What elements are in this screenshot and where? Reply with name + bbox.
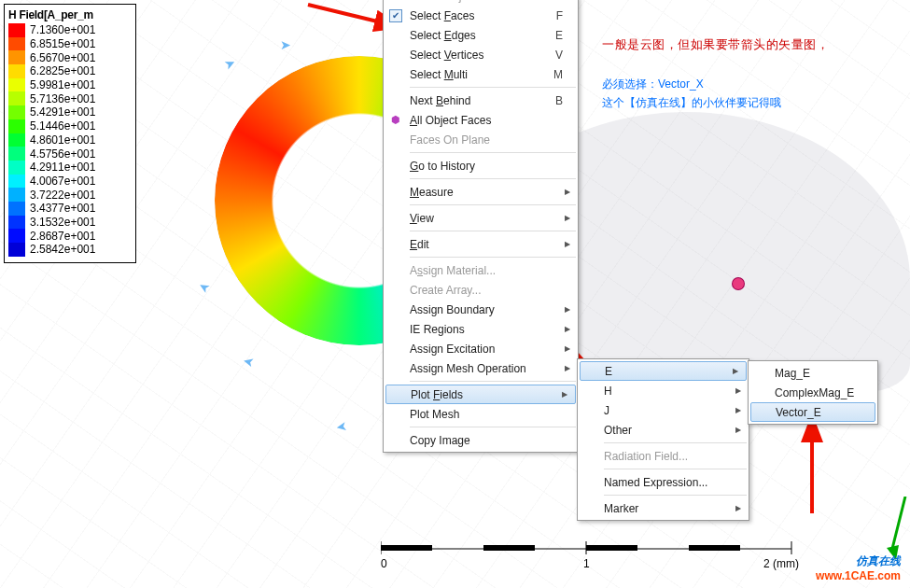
ctx-plot-mesh[interactable]: Plot Mesh	[384, 404, 578, 424]
ctx-assign-excitation[interactable]: Assign Excitation	[384, 339, 578, 358]
legend-value: 4.8601e+001	[30, 133, 95, 147]
menu-separator	[410, 152, 576, 153]
ctx-assign-boundary[interactable]: Assign Boundary	[384, 300, 578, 319]
legend-swatch	[8, 243, 25, 257]
menu-label: ComplexMag_E	[775, 386, 854, 399]
watermark-title: 仿真在线	[816, 553, 901, 569]
annotation-blue: 必须选择：Vector_X 这个【仿真在线】的小伙伴要记得哦	[602, 75, 781, 112]
legend-value: 3.7222e+001	[30, 189, 95, 202]
ctx-edit[interactable]: Edit	[384, 234, 578, 254]
legend-row: 6.2825e+001	[8, 64, 132, 78]
legend-row: 3.4377e+001	[8, 202, 132, 216]
legend-swatch	[8, 161, 25, 175]
ctx-all-object-faces[interactable]: ⬢All Object Faces	[384, 110, 578, 130]
legend-row: 5.4291e+001	[8, 105, 132, 119]
scale-tick-2: 2 (mm)	[763, 557, 799, 570]
menu-separator	[410, 381, 576, 382]
ctx-select-edges[interactable]: Select EdgesE	[384, 25, 578, 45]
legend-value: 3.4377e+001	[30, 202, 95, 215]
menu-label: E	[605, 365, 612, 378]
legend-row: 7.1360e+001	[8, 23, 132, 37]
submenu-e-field[interactable]: Mag_EComplexMag_EVector_E	[748, 360, 878, 425]
context-menu-main[interactable]: Select ObjectsO✔Select FacesFSelect Edge…	[383, 0, 579, 453]
submenu-plot-fields[interactable]: EHJOtherRadiation Field...Named Expressi…	[577, 358, 749, 521]
svg-rect-7	[586, 545, 637, 551]
menu-label: Select Vertices	[410, 49, 483, 62]
menu-separator	[410, 87, 576, 88]
ctx-ie-regions[interactable]: IE Regions	[384, 319, 578, 339]
pf-other[interactable]: Other	[578, 420, 749, 440]
red-arrow-3	[793, 411, 831, 523]
scale-tick-0: 0	[381, 557, 387, 570]
legend-swatch	[8, 133, 25, 147]
menu-shortcut: O	[554, 0, 563, 3]
menu-label: J	[604, 404, 609, 417]
ctx-copy-image[interactable]: Copy Image	[384, 430, 578, 450]
menu-separator	[410, 178, 576, 179]
ef-vector-e[interactable]: Vector_E	[750, 402, 875, 422]
annotation-blue-1: 必须选择：Vector_X	[602, 75, 781, 93]
pf-j[interactable]: J	[578, 400, 749, 420]
pf-e[interactable]: E	[580, 361, 747, 381]
ctx-next-behind[interactable]: Next BehindB	[384, 91, 578, 110]
legend-value: 2.5842e+001	[30, 243, 95, 256]
svg-line-3	[891, 497, 905, 553]
ctx-faces-on-plane: Faces On Plane	[384, 130, 578, 149]
legend-row: 5.9981e+001	[8, 78, 132, 92]
menu-label: Plot Fields	[411, 388, 463, 401]
legend-value: 6.8515e+001	[30, 37, 95, 50]
watermark-url: www.1CAE.com	[816, 569, 901, 582]
menu-separator	[410, 204, 576, 205]
ctx-go-to-history[interactable]: Go to History	[384, 156, 578, 175]
menu-label: Select Edges	[410, 29, 476, 42]
menu-label: Next Behind	[410, 94, 470, 107]
legend-row: 4.5756e+001	[8, 147, 132, 161]
ctx-select-multi[interactable]: Select MultiM	[384, 64, 578, 84]
legend-value: 4.2911e+001	[30, 161, 95, 174]
menu-label: Assign Material...	[410, 264, 496, 277]
legend-row: 3.1532e+001	[8, 216, 132, 230]
menu-label: Faces On Plane	[410, 133, 490, 147]
menu-label: Assign Mesh Operation	[410, 362, 526, 375]
menu-label: IE Regions	[410, 323, 465, 336]
legend-row: 4.0067e+001	[8, 175, 132, 189]
menu-label: Mag_E	[775, 367, 810, 380]
ctx-view[interactable]: View	[384, 208, 578, 228]
menu-label: Edit	[410, 238, 429, 251]
scale-bar: 0 1 2 (mm)	[381, 539, 891, 577]
legend-swatch	[8, 175, 25, 189]
ctx-assign-mesh-operation[interactable]: Assign Mesh Operation	[384, 358, 578, 378]
ctx-select-vertices[interactable]: Select VerticesV	[384, 45, 578, 64]
menu-label: Radiation Field...	[604, 450, 688, 463]
menu-separator	[604, 495, 747, 496]
ctx-plot-fields[interactable]: Plot Fields	[385, 385, 576, 404]
legend-swatch	[8, 37, 25, 51]
legend-value: 4.0067e+001	[30, 175, 95, 188]
legend-row: 2.8687e+001	[8, 229, 132, 243]
menu-shortcut: B	[555, 94, 563, 107]
menu-label: Assign Boundary	[410, 303, 495, 316]
menu-label: Select Multi	[410, 68, 468, 81]
ctx-select-faces[interactable]: ✔Select FacesF	[384, 6, 578, 25]
pf-named-expression-[interactable]: Named Expression...	[578, 472, 749, 492]
legend-value: 5.4291e+001	[30, 105, 95, 119]
coil-terminal-dot	[733, 278, 744, 289]
legend-value: 3.1532e+001	[30, 216, 95, 229]
menu-label: H	[604, 385, 612, 398]
pf-h[interactable]: H	[578, 381, 749, 400]
legend-swatch	[8, 147, 25, 161]
ctx-assign-material-: Assign Material...	[384, 260, 578, 280]
ef-complexmag-e[interactable]: ComplexMag_E	[749, 383, 877, 402]
menu-label: Plot Mesh	[410, 408, 459, 421]
menu-separator	[410, 427, 576, 427]
legend-title: H Field[A_per_m	[8, 8, 132, 21]
legend-swatch	[8, 50, 25, 64]
menu-label: Other	[604, 424, 632, 437]
ctx-measure[interactable]: Measure	[384, 182, 578, 202]
ef-mag-e[interactable]: Mag_E	[749, 363, 877, 383]
pf-marker[interactable]: Marker	[578, 498, 749, 518]
legend-swatch	[8, 91, 25, 105]
annotation-blue-2: 这个【仿真在线】的小伙伴要记得哦	[602, 93, 781, 112]
menu-label: Select Objects	[410, 0, 482, 3]
legend-value: 2.8687e+001	[30, 230, 95, 243]
